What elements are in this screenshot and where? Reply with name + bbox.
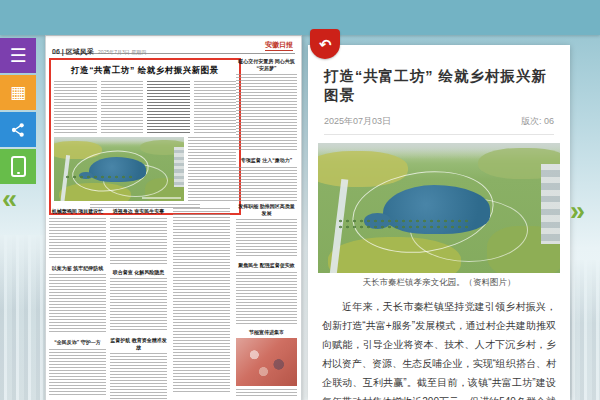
article-headline[interactable]: 发挥职能 助推园区高质量发展 bbox=[236, 203, 297, 216]
article-headline[interactable]: 监督护航 教育资金精准发放 bbox=[110, 337, 167, 350]
article-headline[interactable]: 联合督查 化解风险隐患 bbox=[110, 269, 167, 276]
body-text-sim bbox=[101, 81, 144, 133]
page-date-label: 2025年7月3日 星期四 bbox=[98, 49, 146, 55]
article-headline[interactable]: 专项监督 注入“廉动力” bbox=[236, 157, 297, 164]
market-photo bbox=[236, 338, 297, 386]
body-text-sim bbox=[188, 137, 236, 201]
top-header-band bbox=[0, 0, 600, 35]
background-city-image-right bbox=[568, 260, 600, 400]
mobile-icon bbox=[11, 156, 26, 177]
hamburger-menu-icon: ☰ bbox=[9, 44, 26, 67]
article-headline[interactable]: “全民反诈” 守护一方 bbox=[49, 339, 106, 346]
highlighted-article[interactable]: 打造“共富工坊” 绘就乡村振兴新图景 bbox=[49, 58, 241, 215]
article-headline[interactable]: 透视身边 查实民生实事 bbox=[110, 208, 167, 215]
body-text-sim bbox=[49, 218, 106, 260]
calendar-button[interactable]: ▦ bbox=[0, 75, 36, 110]
page-column-1: 机械轰鸣间 项目建设忙 以案为鉴 筑牢纪律防线 “全民反诈” 守护一方 bbox=[49, 208, 106, 395]
article-headline[interactable]: 聚焦民生 配强监督促实效 bbox=[236, 262, 297, 269]
newspaper-page: 06 | 区域风采 2025年7月3日 星期四 安徽日报 打造“共富工坊” 绘就… bbox=[45, 35, 302, 400]
back-badge-button[interactable]: ↶ bbox=[310, 29, 340, 59]
page-column-4-lower: 发挥职能 助推园区高质量发展 聚焦民生 配强监督促实效 节能宣传进集市 bbox=[236, 203, 297, 398]
body-text-sim bbox=[54, 81, 97, 133]
article-photo-caption: 天长市秦栏镇孝亲文化园。（资料图片） bbox=[308, 277, 570, 289]
menu-button[interactable]: ☰ bbox=[0, 38, 36, 73]
article-title: 打造“共富工坊” 绘就乡村振兴新图景 bbox=[324, 67, 554, 105]
body-text-sim bbox=[173, 208, 230, 392]
article-aerial-photo bbox=[54, 137, 184, 201]
article-headline[interactable]: 节能宣传进集市 bbox=[236, 329, 297, 336]
article-date: 2025年07月03日 bbox=[324, 115, 391, 128]
article-headline[interactable]: 暖心交付安置房 同心共筑“安居梦” bbox=[236, 58, 297, 71]
highlighted-article-headline[interactable]: 打造“共富工坊” 绘就乡村振兴新图景 bbox=[54, 65, 236, 77]
article-photo bbox=[318, 143, 560, 273]
mobile-version-button[interactable] bbox=[0, 149, 36, 184]
body-text-sim bbox=[49, 274, 106, 334]
page-column-4-upper: 暖心交付安置房 同心共筑“安居梦” 专项监督 注入“廉动力” bbox=[236, 58, 297, 203]
photo-caption-sim bbox=[236, 389, 297, 398]
article-page-number: 版次: 06 bbox=[521, 115, 554, 128]
share-button[interactable] bbox=[0, 112, 36, 147]
next-page-chevron[interactable]: » bbox=[570, 198, 585, 225]
body-text-sim bbox=[236, 167, 297, 203]
article-detail-panel: 打造“共富工坊” 绘就乡村振兴新图景 2025年07月03日 版次: 06 天长… bbox=[308, 45, 570, 400]
toolbar-sidebar: ☰ ▦ bbox=[0, 38, 36, 186]
body-text-sim bbox=[49, 349, 106, 395]
page-masthead: 安徽日报 bbox=[265, 40, 293, 51]
body-text-sim bbox=[147, 81, 190, 133]
article-headline[interactable]: 机械轰鸣间 项目建设忙 bbox=[49, 208, 106, 215]
return-arrow-icon: ↶ bbox=[318, 36, 333, 53]
page-section-label: 06 | 区域风采 bbox=[52, 48, 94, 55]
body-text-sim bbox=[110, 353, 167, 399]
prev-page-chevron[interactable]: « bbox=[2, 186, 17, 213]
calendar-icon: ▦ bbox=[10, 82, 26, 103]
body-text-sim bbox=[110, 218, 167, 264]
page-column-2: 透视身边 查实民生实事 联合督查 化解风险隐患 监督护航 教育资金精准发放 bbox=[110, 208, 167, 399]
page-header: 06 | 区域风采 2025年7月3日 星期四 bbox=[52, 40, 295, 54]
article-body-text: 近年来，天长市秦栏镇坚持党建引领乡村振兴，创新打造“共富+服务”发展模式，通过村… bbox=[322, 297, 556, 400]
article-meta: 2025年07月03日 版次: 06 bbox=[324, 115, 554, 135]
article-text-columns bbox=[54, 81, 236, 133]
page-column-3 bbox=[173, 208, 230, 392]
body-text-sim bbox=[110, 278, 167, 332]
body-text-sim bbox=[236, 219, 297, 257]
body-text-sim bbox=[236, 74, 297, 152]
share-icon bbox=[10, 122, 26, 138]
body-text-sim bbox=[194, 81, 237, 133]
body-text-sim bbox=[236, 272, 297, 324]
article-headline[interactable]: 以案为鉴 筑牢纪律防线 bbox=[49, 265, 106, 272]
